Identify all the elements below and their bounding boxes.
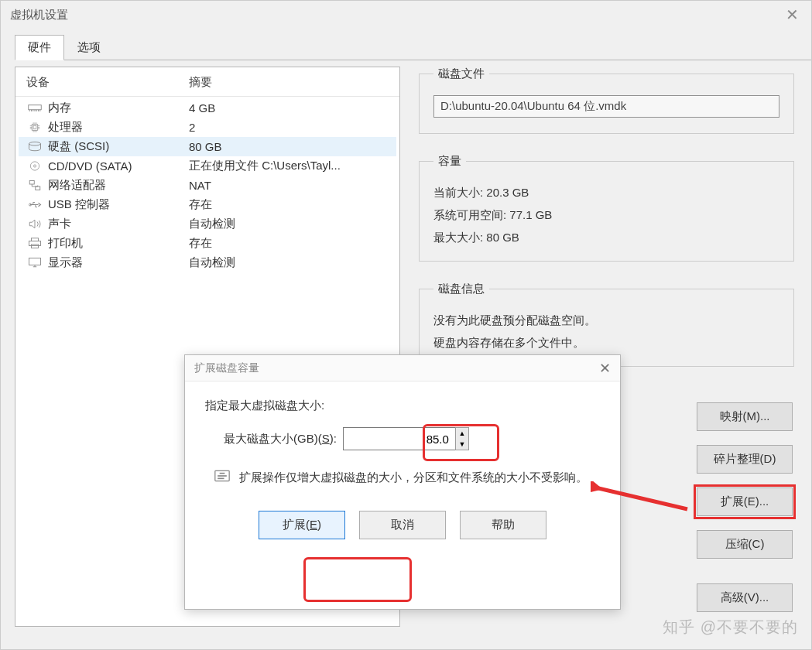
window-title: 虚拟机设置 <box>10 8 68 22</box>
device-summary: NAT <box>189 179 389 192</box>
memory-icon <box>26 101 43 115</box>
compress-button[interactable]: 压缩(C) <box>697 530 793 559</box>
device-name: 显示器 <box>48 255 189 270</box>
display-icon <box>26 256 43 270</box>
device-name: 内存 <box>48 101 189 115</box>
disk-utilities: 映射(M)... 碎片整理(D) 扩展(E)... 压缩(C) 高级(V)... <box>697 402 793 612</box>
device-summary: 2 <box>189 121 389 134</box>
device-name: 打印机 <box>48 236 189 251</box>
svg-rect-15 <box>218 475 227 477</box>
max-size-row: 最大磁盘大小(GB)(S): ▲ ▼ <box>205 427 600 450</box>
device-summary: 正在使用文件 C:\Users\Tayl... <box>189 159 389 173</box>
svg-rect-7 <box>36 186 40 190</box>
capacity-legend: 容量 <box>433 154 466 169</box>
annotation-arrow-icon <box>591 481 691 526</box>
svg-point-3 <box>29 142 41 146</box>
expand-button[interactable]: 扩展(E)... <box>697 488 793 516</box>
disk-file-group: 磁盘文件 <box>419 67 794 134</box>
max-size-spinner: ▲ ▼ <box>343 427 469 450</box>
device-name: 硬盘 (SCSI) <box>48 139 189 154</box>
dialog-close-icon[interactable]: ✕ <box>599 360 611 377</box>
spinner-down-icon[interactable]: ▼ <box>456 439 468 450</box>
titlebar: 虚拟机设置 ✕ <box>1 1 811 29</box>
svg-point-5 <box>33 165 36 167</box>
cd-icon <box>26 159 43 173</box>
svg-rect-0 <box>29 105 42 110</box>
close-icon[interactable]: ✕ <box>783 7 802 22</box>
device-name: CD/DVD (SATA) <box>48 159 189 173</box>
capacity-free: 系统可用空间: 77.1 GB <box>433 208 779 223</box>
tab-options[interactable]: 选项 <box>64 35 114 60</box>
device-summary: 自动检测 <box>189 255 389 270</box>
device-row[interactable]: 打印机存在 <box>19 234 396 253</box>
device-list: 内存4 GB处理器2硬盘 (SCSI)80 GBCD/DVD (SATA)正在使… <box>15 97 399 274</box>
dialog-buttons: 扩展(E) 取消 帮助 <box>205 511 600 539</box>
max-size-label-post: ): <box>330 432 337 445</box>
device-list-header: 设备 摘要 <box>15 67 399 97</box>
printer-icon <box>26 237 43 251</box>
max-size-input[interactable] <box>343 427 456 450</box>
device-row[interactable]: 硬盘 (SCSI)80 GB <box>19 137 396 156</box>
max-size-label-pre: 最大磁盘大小(GB)( <box>224 432 322 445</box>
device-summary: 存在 <box>189 236 389 251</box>
device-name: 处理器 <box>48 120 189 135</box>
dialog-titlebar: 扩展磁盘容量 ✕ <box>185 355 620 381</box>
device-row[interactable]: CD/DVD (SATA)正在使用文件 C:\Users\Tayl... <box>19 156 396 176</box>
tab-hardware[interactable]: 硬件 <box>15 35 64 60</box>
sound-icon <box>26 217 43 231</box>
dialog-note-text: 扩展操作仅增大虚拟磁盘的大小，分区和文件系统的大小不受影响。 <box>239 467 588 488</box>
expand-disk-dialog: 扩展磁盘容量 ✕ 指定最大虚拟磁盘大小: 最大磁盘大小(GB)(S): ▲ ▼ … <box>184 354 621 610</box>
device-name: 网络适配器 <box>48 178 189 193</box>
dialog-help-button[interactable]: 帮助 <box>460 511 546 539</box>
svg-rect-12 <box>29 258 41 265</box>
svg-point-4 <box>30 162 39 170</box>
header-device: 设备 <box>26 75 189 90</box>
advanced-button[interactable]: 高级(V)... <box>697 583 793 612</box>
capacity-free-label: 系统可用空间: <box>433 208 506 221</box>
tab-bar: 硬件 选项 <box>15 35 811 60</box>
disk-icon <box>26 140 43 154</box>
svg-rect-6 <box>29 181 34 185</box>
disk-file-input[interactable] <box>433 95 779 118</box>
svg-rect-9 <box>32 238 39 241</box>
max-size-label-key: S <box>322 432 330 445</box>
svg-rect-14 <box>220 473 225 474</box>
spinner-buttons: ▲ ▼ <box>455 427 469 450</box>
device-row[interactable]: 处理器2 <box>19 118 396 137</box>
svg-rect-2 <box>33 126 36 129</box>
svg-rect-11 <box>32 245 39 248</box>
device-summary: 4 GB <box>189 101 389 115</box>
defrag-button[interactable]: 碎片整理(D) <box>697 445 793 474</box>
spinner-up-icon[interactable]: ▲ <box>456 428 468 439</box>
device-row[interactable]: 内存4 GB <box>19 98 396 118</box>
capacity-max-label: 最大大小: <box>433 231 483 244</box>
capacity-group: 容量 当前大小: 20.3 GB 系统可用空间: 77.1 GB 最大大小: 8… <box>419 154 794 262</box>
svg-line-17 <box>595 488 687 509</box>
capacity-current-label: 当前大小: <box>433 186 483 199</box>
header-summary: 摘要 <box>189 75 389 90</box>
dialog-expand-button[interactable]: 扩展(E) <box>259 511 345 539</box>
dialog-expand-key: E <box>310 518 317 531</box>
capacity-max-value: 80 GB <box>486 231 519 244</box>
device-name: 声卡 <box>48 217 189 231</box>
dialog-body: 指定最大虚拟磁盘大小: 最大磁盘大小(GB)(S): ▲ ▼ 扩展操作仅增大虚拟… <box>185 381 620 547</box>
disk-file-legend: 磁盘文件 <box>433 67 489 81</box>
disk-info-line2: 硬盘内容存储在多个文件中。 <box>433 336 779 351</box>
device-summary: 自动检测 <box>189 217 389 231</box>
device-row[interactable]: 声卡自动检测 <box>19 214 396 234</box>
device-row[interactable]: 显示器自动检测 <box>19 253 396 272</box>
map-button[interactable]: 映射(M)... <box>697 402 793 431</box>
svg-rect-10 <box>29 241 41 246</box>
watermark: 知乎 @不要不要的 <box>663 617 798 638</box>
device-summary: 存在 <box>189 197 389 212</box>
svg-rect-16 <box>218 478 224 480</box>
device-row[interactable]: 网络适配器NAT <box>19 176 396 195</box>
svg-rect-1 <box>32 125 38 131</box>
capacity-max: 最大大小: 80 GB <box>433 231 779 245</box>
dialog-title: 扩展磁盘容量 <box>194 361 259 375</box>
dialog-cancel-button[interactable]: 取消 <box>359 511 446 539</box>
net-icon <box>26 179 43 193</box>
max-size-label: 最大磁盘大小(GB)(S): <box>224 432 337 446</box>
info-icon <box>214 469 230 483</box>
device-row[interactable]: USB 控制器存在 <box>19 195 396 214</box>
